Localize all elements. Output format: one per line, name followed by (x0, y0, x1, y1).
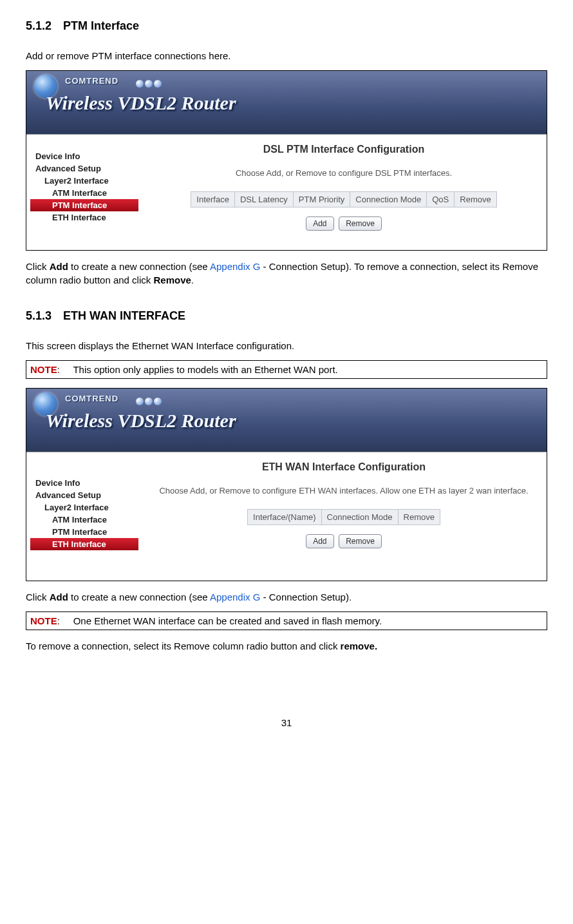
sidebar-ptm-2[interactable]: PTM Interface (26, 526, 141, 538)
para-final: To remove a connection, select its Remov… (26, 639, 547, 653)
config-desc: Choose Add, or Remove to configure DSL P… (149, 167, 539, 180)
sidebar-atm[interactable]: ATM Interface (26, 187, 141, 199)
col-ptm-priority: PTM Priority (293, 191, 350, 207)
intro-513: This screen displays the Ethernet WAN In… (26, 339, 547, 352)
intro-512: Add or remove PTM interface connections … (26, 49, 547, 63)
col-dsl-latency: DSL Latency (234, 191, 293, 207)
sidebar-atm-2[interactable]: ATM Interface (26, 514, 141, 526)
link-appendix-g-2[interactable]: Appendix G (210, 592, 260, 602)
note-text-1: : This option only applies to models wit… (57, 364, 338, 375)
sidebar-layer2[interactable]: Layer2 Interface (26, 175, 141, 187)
remove-button-2[interactable]: Remove (339, 534, 382, 548)
sidebar-2: Device Info Advanced Setup Layer2 Interf… (26, 452, 141, 556)
heading-num: 5.1.2 (26, 19, 52, 33)
col-remove-2: Remove (398, 509, 440, 525)
figure-eth: COMTREND Wireless VDSL2 Router Device In… (26, 388, 547, 581)
col-remove: Remove (455, 191, 496, 207)
brand-text-2: COMTREND (65, 394, 118, 403)
figure-ptm: COMTREND Wireless VDSL2 Router Device In… (26, 70, 547, 251)
note-label-1: NOTE (30, 364, 57, 375)
config-table: Interface DSL Latency PTM Priority Conne… (191, 191, 496, 207)
link-appendix-g-1[interactable]: Appendix G (210, 261, 260, 272)
orb-decor-2 (136, 396, 163, 407)
button-row-2: Add Remove (149, 534, 539, 548)
config-desc-2: Choose Add, or Remove to configure ETH W… (149, 485, 539, 497)
heading-num-2: 5.1.3 (26, 309, 52, 323)
config-title: DSL PTM Interface Configuration (149, 144, 539, 155)
note-box-2: NOTE: One Ethernet WAN interface can be … (26, 611, 547, 630)
add-button-2[interactable]: Add (306, 534, 333, 548)
col-interface: Interface (191, 191, 235, 207)
sidebar-layer2-2[interactable]: Layer2 Interface (26, 501, 141, 514)
sidebar-eth[interactable]: ETH Interface (26, 211, 141, 224)
col-connection-mode-2: Connection Mode (321, 509, 398, 525)
sidebar-eth-active[interactable]: ETH Interface (30, 538, 138, 550)
remove-button[interactable]: Remove (339, 217, 382, 231)
note-text-2: : One Ethernet WAN interface can be crea… (57, 615, 382, 626)
note-box-1: NOTE: This option only applies to models… (26, 360, 547, 379)
sidebar-device-info[interactable]: Device Info (26, 150, 141, 162)
config-pane: DSL PTM Interface Configuration Choose A… (141, 135, 547, 238)
note-label-2: NOTE (30, 615, 57, 626)
sidebar-device-info-2[interactable]: Device Info (26, 477, 141, 489)
heading-title-2: ETH WAN INTERFACE (63, 309, 185, 322)
config-pane-2: ETH WAN Interface Configuration Choose A… (141, 452, 547, 556)
banner-2: COMTREND Wireless VDSL2 Router (26, 389, 547, 452)
heading-title: PTM Interface (63, 19, 139, 32)
button-row: Add Remove (149, 217, 539, 231)
sidebar-advanced-setup-2[interactable]: Advanced Setup (26, 489, 141, 501)
para-after-fig1: Click Add to create a new connection (se… (26, 260, 547, 287)
banner-title: Wireless VDSL2 Router (46, 92, 236, 114)
brand-text: COMTREND (65, 76, 118, 86)
sidebar-ptm-active[interactable]: PTM Interface (30, 199, 138, 211)
col-qos: QoS (427, 191, 455, 207)
sidebar: Device Info Advanced Setup Layer2 Interf… (26, 135, 141, 238)
page-number: 31 (26, 717, 547, 728)
heading-512: 5.1.2PTM Interface (26, 19, 547, 33)
heading-513: 5.1.3ETH WAN INTERFACE (26, 309, 547, 323)
banner-title-2: Wireless VDSL2 Router (46, 410, 236, 432)
config-table-2: Interface/(Name) Connection Mode Remove (247, 509, 440, 525)
col-interface-name: Interface/(Name) (248, 509, 322, 525)
config-title-2: ETH WAN Interface Configuration (149, 461, 539, 473)
add-button[interactable]: Add (306, 217, 333, 231)
col-connection-mode: Connection Mode (350, 191, 427, 207)
para-after-fig2: Click Add to create a new connection (se… (26, 590, 547, 604)
banner: COMTREND Wireless VDSL2 Router (26, 71, 547, 135)
orb-decor (136, 79, 163, 90)
sidebar-advanced-setup[interactable]: Advanced Setup (26, 162, 141, 175)
